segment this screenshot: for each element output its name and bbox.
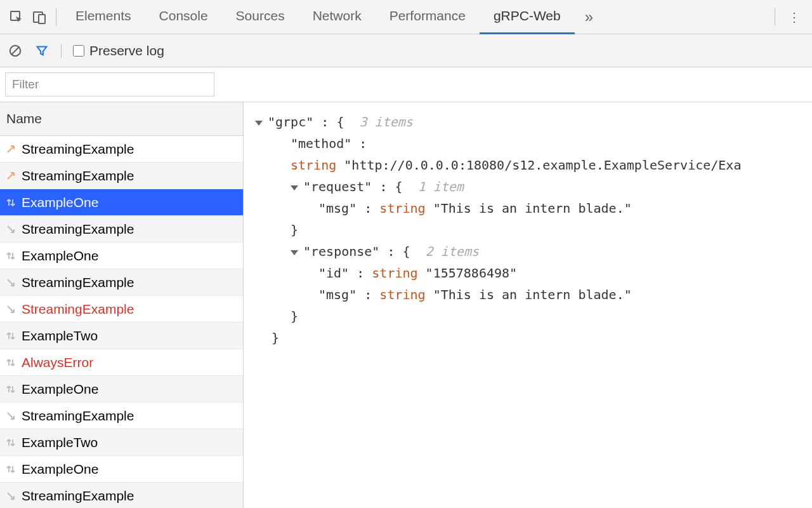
tab-grpc-web[interactable]: gRPC-Web bbox=[480, 0, 575, 34]
preserve-log-toggle[interactable]: Preserve log bbox=[73, 43, 164, 58]
name-column-header[interactable]: Name bbox=[0, 102, 243, 136]
request-row[interactable]: ExampleTwo bbox=[0, 323, 243, 349]
request-name: StreamingExample bbox=[22, 302, 134, 317]
arrows-updown-icon bbox=[5, 384, 16, 395]
clear-icon[interactable] bbox=[8, 43, 23, 58]
request-name: AlwaysError bbox=[22, 355, 93, 370]
arrows-updown-icon bbox=[5, 250, 16, 262]
devtools-tab-bar: ElementsConsoleSourcesNetworkPerformance… bbox=[0, 0, 812, 34]
arrow-down-icon bbox=[5, 410, 16, 422]
arrow-up-icon bbox=[5, 170, 16, 182]
tab-console[interactable]: Console bbox=[145, 0, 222, 34]
json-value: "1557886498" bbox=[426, 265, 518, 281]
request-row[interactable]: StreamingExample bbox=[0, 163, 243, 189]
request-name: ExampleTwo bbox=[22, 328, 98, 344]
request-row[interactable]: ExampleOne bbox=[0, 189, 243, 216]
arrow-down-icon bbox=[5, 224, 16, 235]
svg-line-4 bbox=[11, 46, 20, 55]
request-row[interactable]: ExampleTwo bbox=[0, 429, 243, 456]
preserve-log-checkbox[interactable] bbox=[73, 45, 84, 57]
json-value: "This is an intern blade." bbox=[433, 201, 632, 216]
json-value: "http://0.0.0.0:18080/s12.example.Exampl… bbox=[344, 157, 741, 173]
expand-toggle-icon[interactable] bbox=[291, 250, 298, 255]
filter-bar bbox=[0, 67, 812, 102]
json-type: string bbox=[379, 287, 425, 302]
request-row[interactable]: StreamingExample bbox=[0, 136, 243, 163]
arrow-down-icon bbox=[5, 277, 16, 288]
request-name: StreamingExample bbox=[22, 142, 134, 157]
request-name: ExampleOne bbox=[22, 462, 98, 477]
request-name: ExampleOne bbox=[22, 195, 98, 210]
arrow-down-icon bbox=[5, 304, 16, 315]
inspect-element-icon[interactable] bbox=[5, 6, 28, 29]
json-key: "request" bbox=[303, 179, 372, 194]
arrows-updown-icon bbox=[5, 464, 16, 475]
arrows-updown-icon bbox=[5, 197, 16, 208]
request-name: StreamingExample bbox=[22, 408, 134, 424]
detail-panel: "grpc" : { 3 items "method" : string "ht… bbox=[244, 102, 812, 508]
tab-elements[interactable]: Elements bbox=[62, 0, 145, 34]
main-area: Name StreamingExampleStreamingExampleExa… bbox=[0, 102, 812, 508]
request-row[interactable]: StreamingExample bbox=[0, 216, 243, 243]
arrow-down-icon bbox=[5, 490, 16, 502]
json-type: string bbox=[372, 265, 417, 281]
request-name: ExampleOne bbox=[22, 382, 98, 397]
request-row[interactable]: ExampleOne bbox=[0, 456, 243, 483]
request-name: StreamingExample bbox=[22, 488, 134, 504]
divider bbox=[61, 44, 62, 58]
json-key: "response" bbox=[303, 244, 379, 259]
divider bbox=[56, 8, 56, 26]
request-list: Name StreamingExampleStreamingExampleExa… bbox=[0, 102, 244, 508]
json-key: "grpc" bbox=[268, 114, 313, 130]
preserve-log-label: Preserve log bbox=[89, 43, 164, 58]
toolbar: Preserve log bbox=[0, 34, 812, 67]
request-row[interactable]: ExampleOne bbox=[0, 243, 243, 269]
request-name: StreamingExample bbox=[22, 168, 134, 184]
arrow-up-icon bbox=[5, 144, 16, 155]
expand-toggle-icon[interactable] bbox=[291, 185, 298, 190]
filter-icon[interactable] bbox=[34, 43, 49, 58]
arrows-updown-icon bbox=[5, 437, 16, 448]
expand-toggle-icon[interactable] bbox=[255, 121, 263, 126]
request-row[interactable]: AlwaysError bbox=[0, 349, 243, 376]
request-row[interactable]: StreamingExample bbox=[0, 403, 243, 429]
item-count-hint: 2 items bbox=[426, 244, 479, 259]
tab-network[interactable]: Network bbox=[299, 0, 376, 34]
device-toolbar-icon[interactable] bbox=[28, 6, 51, 29]
request-name: StreamingExample bbox=[22, 275, 134, 290]
request-row[interactable]: StreamingExample bbox=[0, 483, 243, 508]
json-key: "msg" bbox=[318, 201, 357, 216]
tab-sources[interactable]: Sources bbox=[222, 0, 299, 34]
json-type: string bbox=[291, 157, 336, 173]
json-key: "id" bbox=[318, 265, 349, 281]
tabs-overflow-button[interactable]: » bbox=[575, 8, 603, 26]
item-count-hint: 3 items bbox=[360, 114, 413, 130]
request-row[interactable]: StreamingExample bbox=[0, 269, 243, 296]
svg-rect-2 bbox=[39, 15, 45, 23]
request-row[interactable]: ExampleOne bbox=[0, 376, 243, 403]
json-type: string bbox=[379, 201, 425, 216]
request-name: StreamingExample bbox=[22, 222, 134, 237]
item-count-hint: 1 item bbox=[418, 179, 464, 194]
json-key: "msg" bbox=[318, 287, 357, 302]
filter-input[interactable] bbox=[5, 72, 214, 97]
json-value: "This is an intern blade." bbox=[433, 287, 632, 302]
arrows-updown-icon bbox=[5, 330, 16, 342]
request-name: ExampleOne bbox=[22, 248, 98, 264]
arrows-updown-icon bbox=[5, 357, 16, 368]
divider bbox=[775, 8, 775, 26]
json-key: "method" bbox=[291, 136, 351, 151]
tab-performance[interactable]: Performance bbox=[376, 0, 480, 34]
request-name: ExampleTwo bbox=[22, 435, 98, 450]
kebab-menu-icon[interactable]: ⋮ bbox=[780, 10, 807, 25]
request-row[interactable]: StreamingExample bbox=[0, 296, 243, 323]
